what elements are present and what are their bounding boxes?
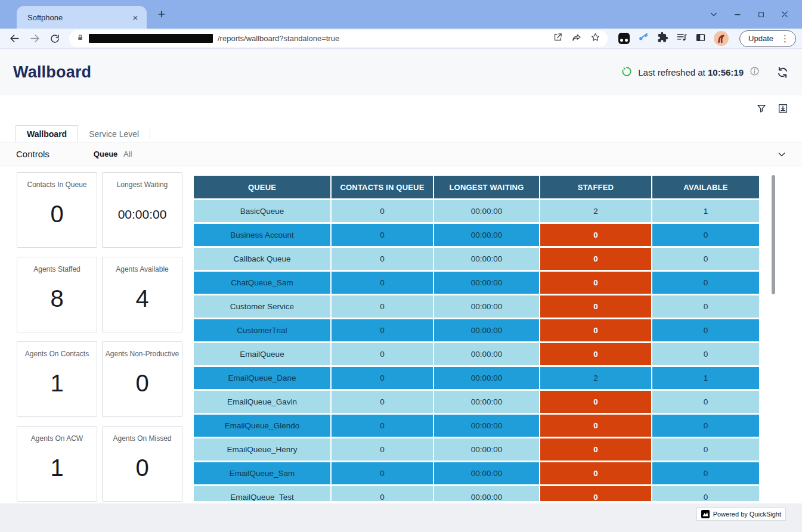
kpi-value: 0	[103, 449, 182, 487]
cell-contacts-in-queue: 0	[332, 319, 433, 341]
refresh-icon[interactable]	[776, 66, 789, 79]
forward-icon[interactable]	[26, 30, 43, 47]
maximize-icon[interactable]	[757, 11, 765, 18]
extension-key-icon[interactable]	[637, 32, 649, 46]
cell-longest-waiting: 00:00:00	[434, 462, 539, 484]
share-icon[interactable]	[571, 32, 582, 45]
tab-wallboard[interactable]: Wallboard	[16, 125, 78, 142]
table-row[interactable]: EmailQueue_Dane 0 00:00:00 2 1	[194, 367, 759, 389]
side-panel-icon[interactable]	[695, 32, 706, 45]
cell-queue: ChatQueue_Sam	[194, 272, 330, 294]
cell-available: 0	[652, 224, 759, 246]
kpi-label: Agents Staffed	[17, 265, 97, 273]
table-row[interactable]: ChatQueue_Sam 0 00:00:00 0 0	[194, 272, 759, 294]
cell-staffed: 0	[540, 319, 651, 341]
queue-filter-control[interactable]: Queue All	[94, 150, 132, 158]
table-row[interactable]: EmailQueue_Henry 0 00:00:00 0 0	[194, 438, 759, 461]
reload-icon[interactable]	[47, 30, 63, 47]
cell-available: 0	[652, 319, 759, 341]
kpi-label: Contacts In Queue	[17, 181, 97, 189]
filter-icon[interactable]	[755, 102, 767, 114]
cell-contacts-in-queue: 0	[332, 224, 433, 246]
controls-label: Controls	[16, 149, 49, 159]
update-button[interactable]: Update ⋮	[739, 30, 796, 47]
last-refreshed-time: 10:56:19	[708, 67, 744, 77]
kpi-card: Agents On Contacts 1	[17, 341, 97, 417]
back-icon[interactable]	[6, 30, 23, 47]
table-row[interactable]: EmailQueue_Glendo 0 00:00:00 0 0	[194, 415, 759, 437]
cell-queue: EmailQueue_Henry	[194, 438, 330, 461]
profile-avatar[interactable]	[714, 31, 729, 46]
lock-icon[interactable]	[76, 33, 84, 44]
cell-queue: EmailQueue_Gavin	[194, 391, 330, 413]
address-bar[interactable]: /reports/wallboard?standalone=true	[69, 30, 608, 47]
table-row[interactable]: EmailQueue_Test 0 00:00:00 0 0	[194, 486, 759, 501]
cell-longest-waiting: 00:00:00	[434, 248, 539, 270]
table-header-row: QUEUE CONTACTS IN QUEUE LONGEST WAITING …	[194, 176, 759, 198]
new-tab-icon[interactable]: +	[154, 8, 169, 20]
cell-longest-waiting: 00:00:00	[434, 438, 539, 461]
cell-available: 1	[652, 367, 759, 389]
cell-contacts-in-queue: 0	[332, 391, 433, 413]
kpi-label: Agents Non-Productive	[103, 350, 182, 358]
kpi-label: Agents Available	[103, 265, 182, 273]
browser-titlebar: Softphone × +	[0, 0, 802, 29]
col-contacts-in-queue: CONTACTS IN QUEUE	[332, 176, 433, 198]
cell-queue: Customer Service	[194, 295, 330, 318]
kpi-grid: Contacts In Queue 0 Longest Waiting 00:0…	[17, 172, 182, 502]
cell-staffed: 0	[540, 272, 651, 294]
cell-staffed: 2	[540, 367, 651, 389]
extension-domino-icon[interactable]	[618, 33, 630, 44]
table-row[interactable]: CustomerTrial 0 00:00:00 0 0	[194, 319, 759, 341]
kpi-value: 0	[103, 365, 182, 402]
tab-service-level[interactable]: Service Level	[78, 125, 150, 142]
col-staffed: STAFFED	[540, 176, 651, 198]
quicksight-badge[interactable]: Powered by QuickSight	[696, 508, 786, 521]
info-icon[interactable]	[750, 66, 760, 79]
kpi-card: Agents On ACW 1	[17, 426, 97, 502]
cell-available: 0	[652, 391, 759, 413]
minimize-icon[interactable]	[733, 10, 742, 18]
extensions-puzzle-icon[interactable]	[657, 32, 668, 45]
browser-tab[interactable]: Softphone ×	[17, 6, 147, 29]
page-header: Wallboard Last refreshed at 10:56:19	[0, 49, 802, 96]
kpi-label: Agents On ACW	[17, 434, 97, 443]
table-scrollbar[interactable]	[772, 175, 775, 294]
table-row[interactable]: Business Account 0 00:00:00 0 0	[194, 224, 759, 246]
cell-staffed: 0	[540, 391, 651, 413]
table-row[interactable]: Customer Service 0 00:00:00 0 0	[194, 295, 759, 318]
page-title: Wallboard	[13, 63, 91, 82]
bookmark-star-icon[interactable]	[590, 32, 600, 45]
cell-staffed: 0	[540, 462, 651, 484]
cell-staffed: 0	[540, 295, 651, 318]
col-available: AVAILABLE	[652, 176, 759, 198]
export-icon[interactable]	[777, 102, 789, 114]
cell-contacts-in-queue: 0	[332, 486, 433, 501]
tab-search-icon[interactable]	[710, 10, 718, 18]
cell-queue: EmailQueue	[194, 343, 330, 365]
reading-list-icon[interactable]	[676, 32, 688, 45]
table-row[interactable]: Callback Queue 0 00:00:00 0 0	[194, 248, 759, 270]
cell-longest-waiting: 00:00:00	[434, 486, 539, 501]
table-row[interactable]: BasicQueue 0 00:00:00 2 1	[194, 200, 759, 222]
cell-available: 0	[652, 438, 759, 461]
chevron-down-icon[interactable]	[777, 150, 786, 159]
last-refreshed-text: Last refreshed at 10:56:19	[638, 67, 744, 77]
cell-contacts-in-queue: 0	[332, 415, 433, 437]
close-icon[interactable]	[781, 10, 789, 18]
tab-close-icon[interactable]: ×	[130, 12, 141, 23]
cell-queue: EmailQueue_Test	[194, 486, 330, 501]
open-in-new-icon[interactable]	[553, 32, 563, 45]
queue-table-container: QUEUE CONTACTS IN QUEUE LONGEST WAITING …	[188, 172, 780, 501]
cell-staffed: 0	[540, 438, 651, 461]
cell-queue: Business Account	[194, 224, 330, 246]
table-row[interactable]: EmailQueue_Sam 0 00:00:00 0 0	[194, 462, 759, 484]
sheet-tabs: Wallboard Service Level	[16, 125, 150, 142]
tab-title: Softphone	[27, 13, 130, 22]
menu-dots-icon[interactable]: ⋮	[778, 33, 792, 44]
cell-available: 1	[652, 200, 759, 222]
cell-queue: EmailQueue_Sam	[194, 462, 330, 484]
url-path: /reports/wallboard?standalone=true	[218, 34, 548, 43]
table-row[interactable]: EmailQueue_Gavin 0 00:00:00 0 0	[194, 391, 759, 413]
table-row[interactable]: EmailQueue 0 00:00:00 0 0	[194, 343, 759, 365]
